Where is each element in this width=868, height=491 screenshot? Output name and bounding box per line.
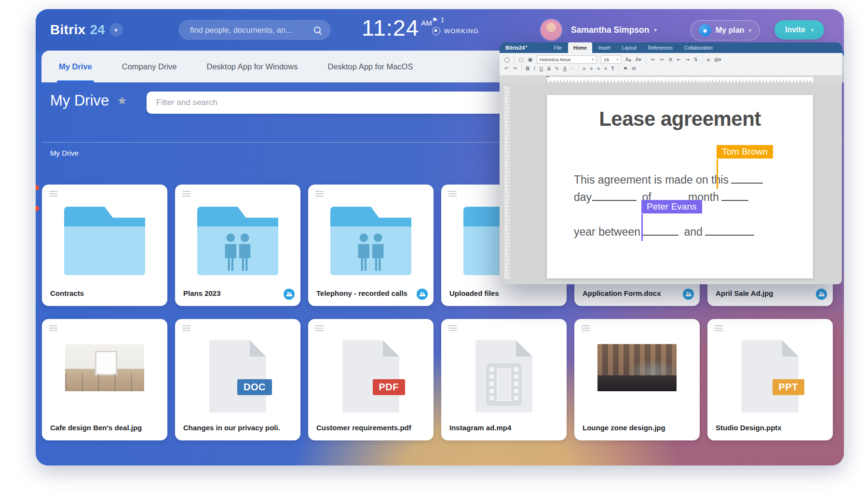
photo-thumbnail: [65, 344, 144, 391]
collaborator-flag-peter-evans: Peter Evans: [641, 200, 702, 213]
tab-company-drive[interactable]: Company Drive: [122, 51, 177, 82]
item-menu-icon[interactable]: [49, 191, 57, 197]
video-file-icon: [475, 340, 532, 412]
shared-users-badge[interactable]: [683, 289, 694, 300]
align-left-icon[interactable]: ≡: [583, 66, 586, 71]
chevron-down-icon: ▾: [811, 27, 814, 33]
chevron-down-icon[interactable]: ▾: [109, 23, 123, 37]
clock-meridiem: AM: [421, 19, 432, 40]
favorite-star-icon[interactable]: ★: [117, 94, 127, 107]
item-menu-icon[interactable]: [582, 325, 590, 331]
bitrix24-app-window: Bitrix 24 ▾ 11:24 AM ⚑ 1 WORKING Samanth…: [36, 9, 844, 465]
editor-tab-references[interactable]: References: [643, 42, 678, 53]
numbered-list-icon[interactable]: ≕: [660, 57, 665, 62]
working-status[interactable]: WORKING: [432, 27, 479, 35]
editor-tab-layout[interactable]: Layout: [617, 42, 642, 53]
item-menu-icon[interactable]: [448, 325, 457, 331]
document-text-line: year between and: [574, 223, 799, 239]
horizontal-ruler[interactable]: [500, 76, 842, 83]
multilevel-list-icon[interactable]: ≣: [669, 57, 673, 62]
flag-counter[interactable]: ⚑ 1: [432, 16, 479, 24]
diamond-icon: ◆: [699, 24, 711, 37]
indent-icon[interactable]: ⇥: [685, 57, 689, 62]
item-menu-icon[interactable]: [715, 325, 723, 331]
editor-tab-insert[interactable]: Insert: [593, 42, 616, 53]
shared-users-badge[interactable]: [284, 289, 295, 300]
line-spacing-icon[interactable]: ⇅: [694, 57, 698, 62]
paragraph-mark-icon[interactable]: ¶: [611, 66, 614, 71]
document-text-line: This agreement is made on this: [574, 171, 799, 186]
item-menu-icon[interactable]: [182, 191, 190, 197]
user-avatar[interactable]: [541, 19, 562, 40]
document-editor-window: Bitrix24® File Home Insert Layout Refere…: [500, 42, 842, 284]
outdent-icon[interactable]: ⇤: [677, 57, 681, 62]
font-size-select[interactable]: 18▾: [601, 55, 621, 64]
editor-titlebar: Bitrix24® File Home Insert Layout Refere…: [500, 42, 842, 53]
item-menu-icon[interactable]: [182, 325, 190, 331]
chevron-down-icon: ▾: [654, 27, 657, 33]
document-title: Lease agreement: [547, 107, 813, 131]
document-icon: [209, 340, 266, 412]
drive-item-cafe-design[interactable]: Cafe design Ben's deal.jpg: [42, 319, 167, 440]
bullet-list-icon[interactable]: ≔: [651, 57, 655, 62]
editor-tab-file[interactable]: File: [549, 42, 567, 53]
font-select[interactable]: Helvetica Neue▾: [537, 55, 597, 64]
my-plan-button[interactable]: ◆ My plan ▾: [691, 20, 760, 40]
chevron-down-icon: ▾: [749, 27, 752, 34]
highlight-icon[interactable]: ✎: [555, 66, 559, 71]
redo-icon[interactable]: ↷: [513, 66, 516, 71]
global-search[interactable]: [178, 20, 331, 40]
align-center-icon[interactable]: ≡: [590, 66, 593, 71]
insert-image-icon[interactable]: ▤▾: [714, 57, 721, 62]
invite-button[interactable]: Invite ▾: [774, 20, 824, 40]
working-label: WORKING: [444, 27, 479, 35]
tab-desktop-app-macos[interactable]: Desktop App for MacOS: [327, 51, 413, 82]
bitrix24-logo[interactable]: Bitrix 24 ▾: [50, 9, 123, 51]
photo-thumbnail: [597, 344, 677, 391]
bold-icon[interactable]: B: [526, 66, 529, 71]
increase-font-icon[interactable]: A▴: [625, 57, 631, 62]
document-page[interactable]: Lease agreement Tom Brown Peter Evans Th…: [547, 95, 813, 279]
drive-item-plans-2023[interactable]: Plans 2023: [175, 185, 300, 306]
drive-item-contracts[interactable]: Contracts: [42, 185, 167, 306]
format-painter-icon[interactable]: ⚑: [623, 66, 627, 71]
drive-item-privacy-policy[interactable]: DOC Changes in our privacy poli...: [175, 319, 300, 440]
drive-item-studio-design[interactable]: PPT Studio Design.pptx: [707, 319, 833, 440]
editor-tab-home[interactable]: Home: [568, 42, 592, 53]
shared-users-badge[interactable]: [417, 289, 428, 300]
font-color-icon[interactable]: A: [563, 66, 567, 71]
collaborator-cursor-tom-brown: [717, 159, 718, 189]
drive-item-customer-requirements[interactable]: PDF Customer requirements.pdf: [308, 319, 434, 440]
item-menu-icon[interactable]: [315, 325, 324, 331]
globe-icon[interactable]: ◯: [504, 57, 510, 62]
copy-icon[interactable]: ▢: [519, 57, 523, 62]
item-menu-icon[interactable]: [448, 191, 457, 197]
strikethrough-icon[interactable]: S: [547, 66, 551, 71]
italic-icon[interactable]: I: [534, 66, 535, 71]
vertical-ruler[interactable]: [504, 86, 510, 279]
logo-text: Bitrix: [50, 22, 85, 38]
search-input[interactable]: [178, 26, 314, 35]
shared-users-badge[interactable]: [816, 289, 827, 300]
search-icon[interactable]: [314, 27, 321, 34]
drive-item-lounge-zone[interactable]: Lounge zone design.jpg: [574, 319, 700, 440]
tab-desktop-app-windows[interactable]: Desktop App for Windows: [207, 51, 298, 82]
document-icon: [342, 340, 399, 412]
drive-item-instagram-ad[interactable]: Instagram ad.mp4: [441, 319, 567, 440]
underline-icon[interactable]: U: [540, 66, 543, 71]
align-justify-icon[interactable]: ≡: [604, 66, 607, 71]
mail-merge-icon[interactable]: ✉: [632, 66, 636, 71]
breadcrumb[interactable]: My Drive: [50, 149, 79, 157]
decrease-font-icon[interactable]: A▾: [636, 57, 641, 62]
people-icon: [347, 233, 395, 272]
item-menu-icon[interactable]: [315, 191, 324, 197]
undo-icon[interactable]: ↶: [504, 66, 508, 71]
item-menu-icon[interactable]: [49, 325, 57, 331]
paste-icon[interactable]: ▣: [528, 57, 532, 62]
drive-item-telephony[interactable]: Telephony - recorded calls: [308, 185, 434, 306]
tab-my-drive[interactable]: My Drive: [59, 51, 92, 82]
editor-tab-collaboration[interactable]: Collaboration: [679, 42, 718, 53]
fill-color-icon[interactable]: ◌: [571, 66, 574, 71]
align-right-icon[interactable]: ≡: [597, 66, 600, 71]
clear-format-icon[interactable]: ⌀: [707, 57, 710, 62]
